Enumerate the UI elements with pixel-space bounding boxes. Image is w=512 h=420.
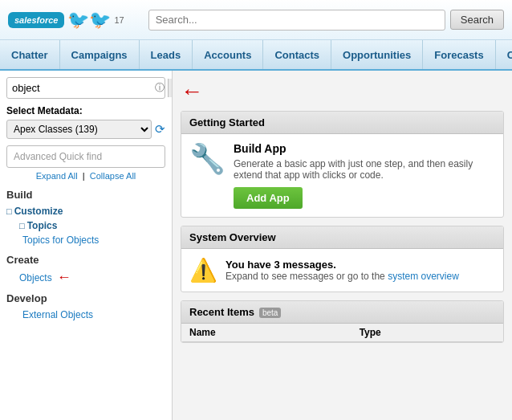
sidebar: ⓘ 🔍 Select Metadata: Apex Classes (139) … [0,71,173,420]
objects-red-arrow: ← [57,269,71,286]
system-text: You have 3 messages. Expand to see messa… [226,259,459,282]
add-app-button[interactable]: Add App [234,187,303,209]
warning-icon: ⚠️ [189,257,217,283]
metadata-row: Apex Classes (139) ⟳ [6,120,165,139]
nav-forecasts[interactable]: Forecasts [423,40,495,69]
nav-contracts[interactable]: Contracts [496,40,512,69]
recent-items-section: Recent Items beta Name Type [181,300,504,343]
create-section-header: Create [6,254,165,266]
top-red-arrow: ← [181,79,504,104]
quick-search-row: ⓘ 🔍 [6,77,165,99]
topics-expand-icon: □ [19,221,25,230]
col-type-header: Type [351,324,503,342]
system-msg: You have 3 messages. [226,259,336,271]
getting-started-title: Getting Started [181,112,503,134]
col-name-header: Name [181,324,351,342]
nav-leads[interactable]: Leads [140,40,193,69]
topics-for-objects-link[interactable]: Topics for Objects [6,233,165,247]
beta-badge: beta [259,308,281,318]
objects-row: Objects ← [6,269,165,286]
header: salesforce 🐦🐦 17 Search [0,0,512,40]
customize-parent[interactable]: □ Customize [6,204,165,218]
collapse-all-link[interactable]: Collapse All [90,171,136,181]
recent-items-header: Recent Items beta [181,301,503,324]
nav-chatter[interactable]: Chatter [0,40,60,69]
main-layout: ⓘ 🔍 Select Metadata: Apex Classes (139) … [0,71,512,420]
nav-bar: Chatter Campaigns Leads Accounts Contact… [0,40,512,71]
header-search-button[interactable]: Search [450,10,504,30]
recent-items-table: Name Type [181,324,503,342]
system-overview-title: System Overview [181,226,503,249]
external-objects-link[interactable]: External Objects [6,308,165,322]
advanced-quickfind[interactable]: Advanced Quick find [6,145,165,168]
customize-expand-icon: □ [6,206,12,216]
build-app-icon: 🔧 [189,142,226,176]
header-search-bar: Search [148,10,504,31]
build-app-content: Build App Generate a basic app with just… [234,142,495,209]
system-overview-link[interactable]: system overview [388,271,459,282]
recent-items-title: Recent Items [189,306,254,318]
salesforce-logo: salesforce [8,12,64,28]
metadata-label: Select Metadata: [6,105,165,116]
metadata-select[interactable]: Apex Classes (139) [6,120,152,139]
topics-label: Topics [27,220,58,231]
customize-label: Customize [14,206,63,217]
help-icon[interactable]: ⓘ [152,78,168,98]
build-app-title: Build App [234,142,495,155]
getting-started-section: Getting Started 🔧 Build App Generate a b… [181,111,504,218]
nav-accounts[interactable]: Accounts [193,40,263,69]
expand-all-link[interactable]: Expand All [36,171,78,181]
quick-search-input[interactable] [7,79,152,97]
topics-parent[interactable]: □ Topics [6,218,165,233]
build-section-header: Build [6,189,165,201]
expand-collapse-row: Expand All | Collapse All [6,171,165,181]
bird-count: 17 [114,15,124,25]
objects-link[interactable]: Objects [19,272,52,283]
content-area: ← Getting Started 🔧 Build App Generate a… [173,71,512,420]
nav-contacts[interactable]: Contacts [263,40,331,69]
logo-area: salesforce 🐦🐦 17 [8,10,124,31]
header-search-input[interactable] [148,10,445,31]
nav-opportunities[interactable]: Opportunities [331,40,423,69]
getting-started-body: 🔧 Build App Generate a basic app with ju… [181,134,503,217]
system-overview-body: ⚠️ You have 3 messages. Expand to see me… [181,249,503,292]
system-expand-text: Expand to see messages or go to the syst… [226,271,459,282]
system-overview-section: System Overview ⚠️ You have 3 messages. … [181,226,504,292]
nav-campaigns[interactable]: Campaigns [60,40,140,69]
refresh-icon[interactable]: ⟳ [155,122,165,137]
develop-section-header: Develop [6,292,165,304]
build-app-desc: Generate a basic app with just one step,… [234,158,495,181]
bird-icon: 🐦🐦 [67,10,111,31]
